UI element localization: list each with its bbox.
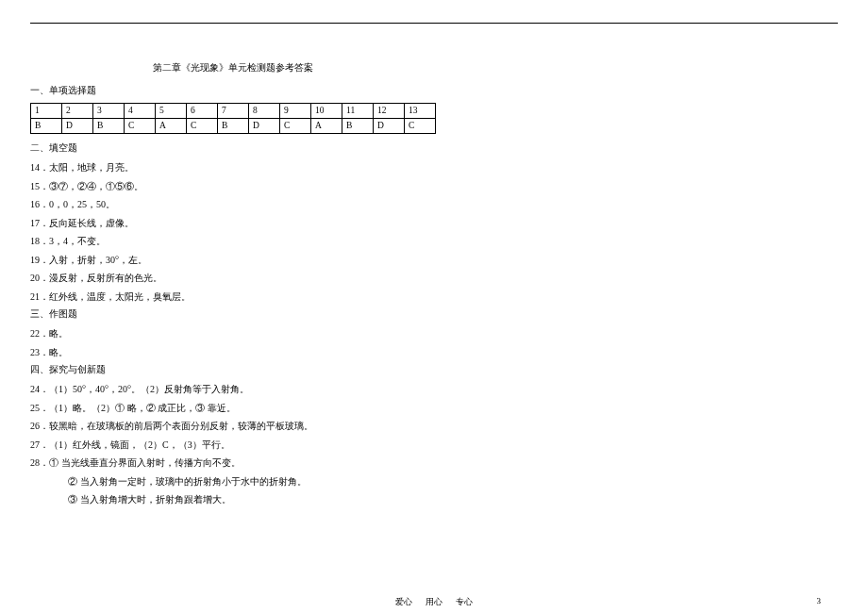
answer-line: 17．反向延长线，虚像。	[30, 216, 838, 231]
answer-line: 19．入射，折射，30°，左。	[30, 253, 838, 268]
section-2-heading: 二、填空题	[30, 141, 838, 155]
table-cell: 12	[374, 104, 405, 119]
section-4-heading: 四、探究与创新题	[30, 363, 838, 376]
table-cell: C	[280, 119, 311, 134]
table-cell: 11	[342, 104, 374, 119]
table-cell: 13	[405, 104, 436, 119]
table-cell: 8	[249, 104, 280, 119]
answer-line: 24．（1）50°，40°，20°。（2）反射角等于入射角。	[30, 382, 838, 397]
table-cell: D	[374, 119, 405, 134]
table-cell: D	[62, 119, 93, 134]
table-cell: C	[187, 119, 218, 134]
answer-line: 21．红外线，温度，太阳光，臭氧层。	[30, 290, 838, 305]
table-cell: 2	[62, 104, 93, 119]
table-cell: B	[31, 119, 62, 134]
answer-line-indented: ③ 当入射角增大时，折射角跟着增大。	[30, 492, 838, 507]
answer-line: 15．③⑦，②④，①⑤⑥。	[30, 179, 838, 194]
answer-line: 14．太阳，地球，月亮。	[30, 160, 838, 175]
answer-line-indented: ② 当入射角一定时，玻璃中的折射角小于水中的折射角。	[30, 474, 838, 489]
table-cell: A	[156, 119, 187, 134]
footer-word: 专心	[456, 597, 473, 606]
answer-line: 26．较黑暗，在玻璃板的前后两个表面分别反射，较薄的平板玻璃。	[30, 419, 838, 434]
answer-line: 16．0，0，25，50。	[30, 197, 838, 212]
answer-line: 18．3，4，不变。	[30, 234, 838, 249]
section-3-heading: 三、作图题	[30, 307, 838, 321]
table-cell: B	[93, 119, 125, 134]
table-cell: C	[125, 119, 156, 134]
page-number: 3	[817, 596, 822, 605]
table-cell: 10	[311, 104, 342, 119]
table-cell: 9	[280, 104, 311, 119]
answer-line: 23．略。	[30, 345, 838, 360]
answer-line: 20．漫反射，反射所有的色光。	[30, 271, 838, 286]
answer-line: 28．① 当光线垂直分界面入射时，传播方向不变。	[30, 456, 838, 471]
multiple-choice-answer-table: 1 2 3 4 5 6 7 8 9 10 11 12 13 B D B C A …	[30, 103, 436, 134]
table-cell: B	[218, 119, 249, 134]
table-cell: 6	[187, 104, 218, 119]
table-cell: 1	[31, 104, 62, 119]
table-cell: 5	[156, 104, 187, 119]
table-row: 1 2 3 4 5 6 7 8 9 10 11 12 13	[31, 104, 436, 119]
footer-word: 爱心	[395, 597, 412, 606]
top-divider	[30, 23, 838, 24]
table-row: B D B C A C B D C A B D C	[31, 119, 436, 134]
answer-line: 25．（1）略。（2）① 略，② 成正比，③ 靠近。	[30, 401, 838, 416]
footer-word: 用心	[426, 597, 442, 606]
table-cell: D	[249, 119, 280, 134]
answer-line: 22．略。	[30, 326, 838, 341]
table-cell: 3	[93, 104, 125, 119]
section-1-heading: 一、单项选择题	[30, 84, 838, 97]
table-cell: A	[311, 119, 342, 134]
table-cell: C	[405, 119, 436, 134]
answer-line: 27．（1）红外线，镜面，（2）C，（3）平行。	[30, 438, 838, 453]
table-cell: B	[342, 119, 374, 134]
document-title: 第二章《光现象》单元检测题参考答案	[30, 61, 838, 75]
table-cell: 7	[218, 104, 249, 119]
footer-motto: 爱心 用心 专心	[390, 596, 479, 608]
table-cell: 4	[125, 104, 156, 119]
